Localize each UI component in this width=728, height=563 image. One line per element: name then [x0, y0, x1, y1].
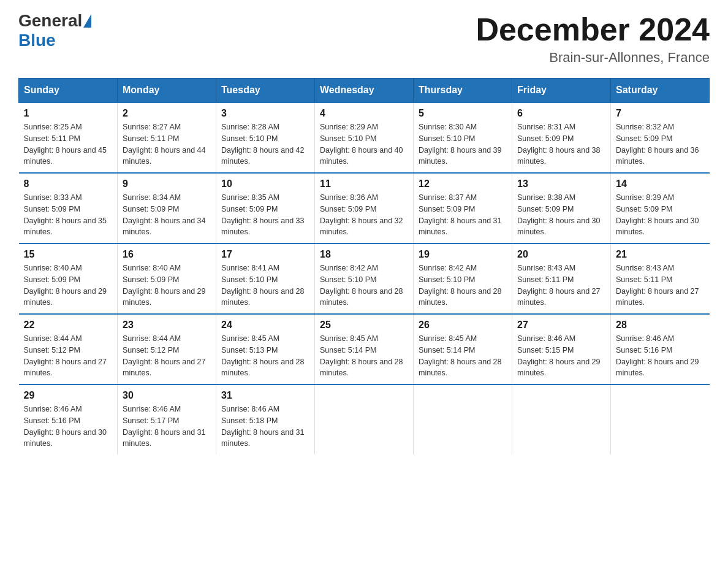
calendar-day-cell: 18 Sunrise: 8:42 AMSunset: 5:10 PMDaylig… — [315, 243, 414, 314]
day-info: Sunrise: 8:45 AMSunset: 5:14 PMDaylight:… — [419, 334, 502, 377]
calendar-day-cell: 26 Sunrise: 8:45 AMSunset: 5:14 PMDaylig… — [414, 314, 512, 385]
col-saturday: Saturday — [611, 79, 710, 103]
day-number: 17 — [221, 249, 309, 260]
calendar-day-cell: 13 Sunrise: 8:38 AMSunset: 5:09 PMDaylig… — [512, 173, 611, 243]
col-tuesday: Tuesday — [216, 79, 315, 103]
calendar-day-cell: 19 Sunrise: 8:42 AMSunset: 5:10 PMDaylig… — [414, 243, 512, 314]
calendar-day-cell: 9 Sunrise: 8:34 AMSunset: 5:09 PMDayligh… — [118, 173, 216, 243]
day-number: 7 — [616, 108, 705, 119]
calendar-day-cell: 27 Sunrise: 8:46 AMSunset: 5:15 PMDaylig… — [512, 314, 611, 385]
calendar-day-cell: 8 Sunrise: 8:33 AMSunset: 5:09 PMDayligh… — [19, 173, 118, 243]
day-number: 9 — [123, 178, 211, 190]
calendar-day-cell — [611, 385, 710, 454]
calendar-day-cell: 28 Sunrise: 8:46 AMSunset: 5:16 PMDaylig… — [611, 314, 710, 385]
day-info: Sunrise: 8:38 AMSunset: 5:09 PMDaylight:… — [517, 193, 601, 236]
calendar-day-cell — [512, 385, 611, 454]
calendar-day-cell: 20 Sunrise: 8:43 AMSunset: 5:11 PMDaylig… — [512, 243, 611, 314]
calendar-day-cell: 16 Sunrise: 8:40 AMSunset: 5:09 PMDaylig… — [118, 243, 216, 314]
day-info: Sunrise: 8:43 AMSunset: 5:11 PMDaylight:… — [517, 264, 601, 307]
calendar-day-cell — [315, 385, 414, 454]
day-number: 31 — [221, 390, 309, 401]
calendar-day-cell: 21 Sunrise: 8:43 AMSunset: 5:11 PMDaylig… — [611, 243, 710, 314]
calendar-day-cell: 4 Sunrise: 8:29 AMSunset: 5:10 PMDayligh… — [315, 102, 414, 173]
calendar-week-row: 29 Sunrise: 8:46 AMSunset: 5:16 PMDaylig… — [19, 385, 710, 454]
days-header-row: Sunday Monday Tuesday Wednesday Thursday… — [19, 79, 710, 103]
calendar-week-row: 8 Sunrise: 8:33 AMSunset: 5:09 PMDayligh… — [19, 173, 710, 243]
day-info: Sunrise: 8:28 AMSunset: 5:10 PMDaylight:… — [221, 123, 305, 166]
day-info: Sunrise: 8:42 AMSunset: 5:10 PMDaylight:… — [320, 264, 403, 307]
calendar-day-cell: 1 Sunrise: 8:25 AMSunset: 5:11 PMDayligh… — [19, 102, 118, 173]
day-info: Sunrise: 8:45 AMSunset: 5:13 PMDaylight:… — [221, 334, 305, 377]
day-number: 30 — [123, 390, 211, 401]
day-number: 16 — [123, 249, 211, 260]
day-number: 6 — [517, 108, 605, 119]
calendar-day-cell: 7 Sunrise: 8:32 AMSunset: 5:09 PMDayligh… — [611, 102, 710, 173]
day-number: 21 — [616, 249, 705, 260]
logo-general-text: General — [18, 12, 82, 29]
day-info: Sunrise: 8:27 AMSunset: 5:11 PMDaylight:… — [123, 123, 206, 166]
day-info: Sunrise: 8:29 AMSunset: 5:10 PMDaylight:… — [320, 123, 403, 166]
day-info: Sunrise: 8:32 AMSunset: 5:09 PMDaylight:… — [616, 123, 699, 166]
day-number: 5 — [419, 108, 507, 119]
day-number: 15 — [24, 249, 113, 260]
day-number: 18 — [320, 249, 408, 260]
day-number: 19 — [419, 249, 507, 260]
day-number: 26 — [419, 320, 507, 331]
day-info: Sunrise: 8:44 AMSunset: 5:12 PMDaylight:… — [24, 334, 107, 377]
calendar-day-cell: 11 Sunrise: 8:36 AMSunset: 5:09 PMDaylig… — [315, 173, 414, 243]
day-number: 23 — [123, 320, 211, 331]
calendar-day-cell: 30 Sunrise: 8:46 AMSunset: 5:17 PMDaylig… — [118, 385, 216, 454]
day-number: 14 — [616, 178, 705, 190]
calendar-day-cell: 17 Sunrise: 8:41 AMSunset: 5:10 PMDaylig… — [216, 243, 315, 314]
calendar-day-cell: 31 Sunrise: 8:46 AMSunset: 5:18 PMDaylig… — [216, 385, 315, 454]
calendar-day-cell: 6 Sunrise: 8:31 AMSunset: 5:09 PMDayligh… — [512, 102, 611, 173]
day-number: 28 — [616, 320, 705, 331]
day-number: 12 — [419, 178, 507, 190]
day-info: Sunrise: 8:45 AMSunset: 5:14 PMDaylight:… — [320, 334, 403, 377]
day-number: 2 — [123, 108, 211, 119]
location-label: Brain-sur-Allonnes, France — [476, 50, 710, 66]
day-info: Sunrise: 8:46 AMSunset: 5:15 PMDaylight:… — [517, 334, 601, 377]
day-info: Sunrise: 8:46 AMSunset: 5:18 PMDaylight:… — [221, 405, 305, 448]
calendar-day-cell: 3 Sunrise: 8:28 AMSunset: 5:10 PMDayligh… — [216, 102, 315, 173]
calendar-day-cell: 29 Sunrise: 8:46 AMSunset: 5:16 PMDaylig… — [19, 385, 118, 454]
calendar-day-cell: 14 Sunrise: 8:39 AMSunset: 5:09 PMDaylig… — [611, 173, 710, 243]
day-info: Sunrise: 8:42 AMSunset: 5:10 PMDaylight:… — [419, 264, 502, 307]
logo-triangle-icon — [83, 14, 91, 28]
logo-blue-text: Blue — [18, 31, 56, 50]
day-number: 4 — [320, 108, 408, 119]
day-info: Sunrise: 8:46 AMSunset: 5:16 PMDaylight:… — [616, 334, 699, 377]
day-number: 13 — [517, 178, 605, 190]
day-number: 27 — [517, 320, 605, 331]
day-number: 24 — [221, 320, 309, 331]
day-number: 22 — [24, 320, 113, 331]
day-number: 8 — [24, 178, 113, 190]
day-info: Sunrise: 8:40 AMSunset: 5:09 PMDaylight:… — [123, 264, 206, 307]
day-number: 25 — [320, 320, 408, 331]
day-number: 20 — [517, 249, 605, 260]
calendar-day-cell: 23 Sunrise: 8:44 AMSunset: 5:12 PMDaylig… — [118, 314, 216, 385]
day-info: Sunrise: 8:44 AMSunset: 5:12 PMDaylight:… — [123, 334, 206, 377]
calendar-day-cell: 10 Sunrise: 8:35 AMSunset: 5:09 PMDaylig… — [216, 173, 315, 243]
col-sunday: Sunday — [19, 79, 118, 103]
day-info: Sunrise: 8:33 AMSunset: 5:09 PMDaylight:… — [24, 193, 107, 236]
day-info: Sunrise: 8:36 AMSunset: 5:09 PMDaylight:… — [320, 193, 403, 236]
day-info: Sunrise: 8:41 AMSunset: 5:10 PMDaylight:… — [221, 264, 305, 307]
day-number: 1 — [24, 108, 113, 119]
day-info: Sunrise: 8:25 AMSunset: 5:11 PMDaylight:… — [24, 123, 107, 166]
day-number: 3 — [221, 108, 309, 119]
col-friday: Friday — [512, 79, 611, 103]
day-info: Sunrise: 8:40 AMSunset: 5:09 PMDaylight:… — [24, 264, 107, 307]
day-info: Sunrise: 8:46 AMSunset: 5:16 PMDaylight:… — [24, 405, 107, 448]
day-info: Sunrise: 8:35 AMSunset: 5:09 PMDaylight:… — [221, 193, 305, 236]
calendar-day-cell — [414, 385, 512, 454]
month-title: December 2024 — [476, 12, 710, 47]
calendar-day-cell: 5 Sunrise: 8:30 AMSunset: 5:10 PMDayligh… — [414, 102, 512, 173]
day-info: Sunrise: 8:37 AMSunset: 5:09 PMDaylight:… — [419, 193, 502, 236]
calendar-week-row: 15 Sunrise: 8:40 AMSunset: 5:09 PMDaylig… — [19, 243, 710, 314]
col-wednesday: Wednesday — [315, 79, 414, 103]
day-info: Sunrise: 8:46 AMSunset: 5:17 PMDaylight:… — [123, 405, 206, 448]
calendar-week-row: 22 Sunrise: 8:44 AMSunset: 5:12 PMDaylig… — [19, 314, 710, 385]
day-info: Sunrise: 8:34 AMSunset: 5:09 PMDaylight:… — [123, 193, 206, 236]
day-info: Sunrise: 8:39 AMSunset: 5:09 PMDaylight:… — [616, 193, 699, 236]
